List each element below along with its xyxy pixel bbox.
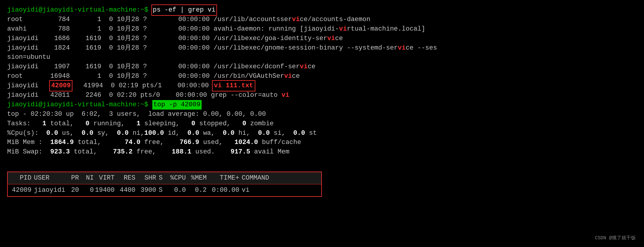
ps-line-2: avahi 788 1 0 10月28 ? 00:00:00 avahi-dae… [7, 24, 637, 34]
pid-42009-box: 42009 [50, 81, 72, 91]
row-cmd: vi [239, 186, 257, 195]
prompt-user-2: jiaoyidi [7, 100, 39, 110]
ps-line-3: jiaoyidi 1686 1619 0 10月28 ? 00:00:00 /u… [7, 34, 637, 43]
row-cpu: 0.0 [165, 186, 186, 195]
col-mem-header: %MEM [186, 173, 207, 183]
col-virt-header: VIRT [94, 173, 115, 183]
ps-line-7: jiaoyidi 42009 41994 0 02:19 pts/1 00:00… [7, 81, 637, 91]
top-line-1: top - 02:20:30 up 6:02, 3 users, load av… [7, 110, 637, 119]
col-pr-header: PR [64, 173, 79, 183]
col-ni-header: NI [79, 173, 94, 183]
ps-line-5: jiaoyidi 1907 1619 0 10月28 ? 00:00:00 /u… [7, 62, 637, 72]
col-res-header: RES [115, 173, 135, 183]
ps-line-4: jiaoyidi 1824 1619 0 10月28 ? 00:00:00 /u… [7, 43, 637, 53]
col-cpu-header: %CPU [165, 173, 186, 183]
command-line-2: jiaoyidi@jiaoyidi-virtual-machine:~$ top… [7, 100, 637, 110]
table-row: 42009 jiaoyidi 20 0 19400 4400 3900 S 0.… [8, 184, 321, 196]
col-cmd-header: COMMAND [239, 173, 257, 183]
row-user: jiaoyidi [31, 186, 64, 195]
row-time: 0:00.00 [207, 186, 239, 195]
row-ni: 0 [79, 186, 94, 195]
command-line-1: jiaoyidi@jiaoyidi-virtual-machine:~$ ps … [7, 5, 637, 15]
row-res: 4400 [115, 186, 135, 195]
ps-line-8: jiaoyidi 42011 2246 0 02:20 pts/0 00:00:… [7, 91, 637, 100]
row-s: S [156, 186, 165, 195]
watermark: CSDN @饿了就干饭 [595, 235, 636, 242]
top-cpu-line: %Cpu(s): 0.0 us, 0.0 sy, 0.0 ni,100.0 id… [7, 129, 637, 138]
vi-cmd-box: vi 111.txt [213, 81, 254, 91]
row-shr: 3900 [135, 186, 156, 195]
prompt-user: jiaoyidi [7, 5, 39, 15]
top-swap-line: MiB Swap: 923.3 total, 735.2 free, 188.1… [7, 147, 637, 157]
command-2-text: top -p 42009 [152, 100, 202, 110]
ps-line-6: root 16948 1 0 10月28 ? 00:00:00 /usr/bin… [7, 72, 637, 81]
blank-line [7, 157, 637, 166]
col-user-header: USER [31, 173, 64, 183]
row-mem: 0.2 [186, 186, 207, 195]
top-mem-line: MiB Mem : 1864.9 total, 74.0 free, 766.9… [7, 138, 637, 147]
col-shr-header: SHR [135, 173, 156, 183]
command-1-text: ps -ef | grep vi [152, 5, 216, 15]
table-header: PID USER PR NI VIRT RES SHR S %CPU %MEM … [8, 172, 321, 184]
row-pid: 42009 [11, 186, 31, 195]
col-s-header: S [156, 173, 165, 183]
col-pid-header: PID [11, 173, 31, 183]
top-tasks-line: Tasks: 1 total, 0 running, 1 sleeping, 0… [7, 119, 637, 129]
process-table: PID USER PR NI VIRT RES SHR S %CPU %MEM … [7, 172, 322, 197]
row-virt: 19400 [94, 186, 115, 195]
ps-line-1: root 784 1 0 10月28 ? 00:00:00 /usr/lib/a… [7, 15, 637, 24]
ps-line-wrap: sion=ubuntu [7, 53, 637, 62]
terminal: jiaoyidi@jiaoyidi-virtual-machine:~$ ps … [7, 5, 637, 197]
row-pr: 20 [64, 186, 79, 195]
col-time-header: TIME+ [207, 173, 239, 183]
